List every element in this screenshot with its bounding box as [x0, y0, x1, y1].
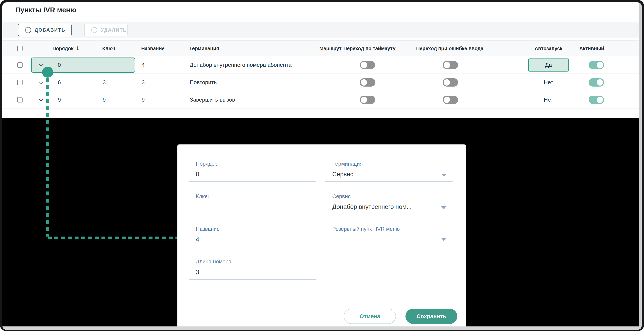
- active-toggle[interactable]: [588, 78, 604, 86]
- minus-circle-icon: [92, 27, 97, 33]
- column-header-terminacia[interactable]: Терминация: [189, 45, 219, 51]
- column-header-error[interactable]: Переход при ошибке ввода: [416, 45, 484, 51]
- field-label: Ключ: [196, 193, 209, 200]
- cancel-button[interactable]: Отмена: [344, 309, 396, 324]
- connector-line-vertical: [46, 78, 49, 237]
- vertical-scrollbar[interactable]: [639, 2, 642, 327]
- delete-button-label: УДАЛИТЬ: [101, 27, 127, 33]
- field-servis[interactable]: Сервис Донабор внутреннего ном...: [325, 193, 453, 214]
- table-row-3[interactable]: 9 9 9 Завершить вызов Нет: [2, 91, 642, 108]
- dropdown-arrow-icon[interactable]: [441, 174, 446, 177]
- terminacia-select[interactable]: Сервис: [332, 171, 353, 178]
- cell-nazvanie: 9: [142, 97, 145, 103]
- column-header-autostart[interactable]: Автозапуск: [528, 45, 569, 51]
- scrollbar-corner: [639, 327, 642, 330]
- timeout-toggle[interactable]: [360, 61, 375, 69]
- column-header-nazvanie[interactable]: Название: [141, 45, 164, 51]
- poryadok-input[interactable]: 0: [196, 171, 199, 178]
- field-label: Порядок: [196, 161, 217, 167]
- cell-terminacia: Донабор внутреннего номера абонента: [190, 62, 292, 68]
- field-poryadok[interactable]: Порядок 0: [189, 161, 316, 182]
- timeout-toggle[interactable]: [360, 96, 375, 104]
- toolbar: ДОБАВИТЬ УДАЛИТЬ: [2, 22, 642, 37]
- autostart-value: Нет: [528, 97, 569, 103]
- chevron-down-icon[interactable]: [39, 97, 43, 101]
- error-toggle[interactable]: [443, 61, 458, 69]
- timeout-toggle[interactable]: [360, 78, 375, 86]
- select-all-checkbox[interactable]: [17, 46, 22, 51]
- cell-poryadok[interactable]: 0: [58, 62, 61, 68]
- dropdown-arrow-icon[interactable]: [441, 238, 446, 241]
- cell-terminacia: Завершить вызов: [190, 97, 235, 103]
- field-terminacia[interactable]: Терминация Сервис: [325, 161, 453, 182]
- cell-terminacia: Повторить: [190, 79, 217, 86]
- table-header-row: Порядок↓ Ключ Название Терминация Маршру…: [2, 40, 642, 56]
- plus-circle-icon: [25, 27, 31, 33]
- add-button[interactable]: ДОБАВИТЬ: [18, 24, 72, 36]
- field-label: Терминация: [332, 161, 363, 167]
- cell-poryadok: 6: [58, 79, 61, 86]
- edit-ivr-item-dialog: Порядок 0 Ключ Название 4 Длина номера 3…: [178, 144, 466, 330]
- page-title: Пункты IVR меню: [16, 6, 76, 14]
- table-row-2[interactable]: 6 3 3 Повторить Нет: [2, 74, 642, 91]
- ivr-table-card: Пункты IVR меню ДОБАВИТЬ УДАЛИТЬ Порядок…: [2, 2, 642, 118]
- column-header-timeout[interactable]: Переход по таймауту: [343, 45, 396, 51]
- column-header-poryadok[interactable]: Порядок↓: [52, 45, 80, 51]
- screenshot-frame: Пункты IVR меню ДОБАВИТЬ УДАЛИТЬ Порядок…: [0, 0, 644, 331]
- field-label: Название: [196, 226, 220, 232]
- row-1-checkbox[interactable]: [17, 62, 22, 68]
- nazvanie-input[interactable]: 4: [196, 236, 199, 243]
- active-toggle[interactable]: [588, 61, 604, 69]
- field-klyuch[interactable]: Ключ: [189, 193, 316, 214]
- column-header-klyuch[interactable]: Ключ: [102, 45, 115, 51]
- connector-line-horizontal: [48, 237, 178, 239]
- delete-button[interactable]: УДАЛИТЬ: [84, 24, 128, 36]
- field-dlina-nomera[interactable]: Длина номера 3: [189, 259, 316, 280]
- cell-klyuch: 3: [103, 79, 106, 86]
- add-button-label: ДОБАВИТЬ: [34, 27, 66, 33]
- cell-poryadok: 9: [58, 97, 61, 103]
- dlina-nomera-input[interactable]: 3: [196, 269, 199, 276]
- connector-dot: [42, 67, 53, 78]
- active-toggle[interactable]: [588, 96, 604, 104]
- sort-desc-icon: ↓: [75, 45, 80, 51]
- save-button[interactable]: Сохранить: [406, 309, 457, 324]
- horizontal-scrollbar[interactable]: [2, 327, 639, 330]
- chevron-down-icon[interactable]: [39, 80, 43, 84]
- error-toggle[interactable]: [443, 78, 458, 86]
- servis-select[interactable]: Донабор внутреннего ном...: [332, 203, 412, 210]
- field-nazvanie[interactable]: Название 4: [189, 226, 316, 247]
- cell-nazvanie: 4: [142, 62, 145, 68]
- row-3-checkbox[interactable]: [17, 97, 22, 103]
- field-label: Длина номера: [196, 259, 232, 265]
- cell-klyuch: 9: [103, 97, 106, 103]
- cell-nazvanie: 3: [142, 79, 145, 86]
- modal-backdrop: Пункты IVR меню ДОБАВИТЬ УДАЛИТЬ Порядок…: [2, 2, 642, 330]
- autostart-value-highlight[interactable]: Да: [528, 58, 569, 71]
- column-header-marshrut[interactable]: Маршрут: [312, 45, 342, 51]
- error-toggle[interactable]: [443, 96, 458, 104]
- column-header-active[interactable]: Активный: [579, 45, 604, 51]
- row-2-checkbox[interactable]: [17, 80, 22, 85]
- field-rezervny-punkt[interactable]: Резервный пункт IVR меню: [325, 226, 453, 247]
- field-label: Резервный пункт IVR меню: [332, 226, 400, 232]
- autostart-value: Нет: [528, 79, 569, 86]
- dropdown-arrow-icon[interactable]: [441, 206, 446, 209]
- field-label: Сервис: [332, 193, 350, 200]
- table-row-1[interactable]: 0 4 Донабор внутреннего номера абонента …: [2, 56, 642, 74]
